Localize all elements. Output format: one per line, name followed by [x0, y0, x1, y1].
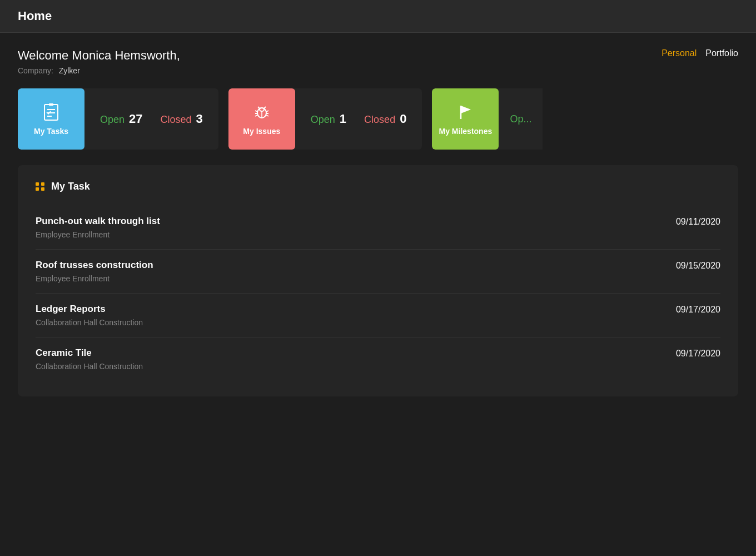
welcome-section: Welcome Monica Hemsworth, Company: Zylke… — [18, 48, 738, 75]
svg-line-11 — [255, 115, 257, 116]
my-tasks-icon-box: My Tasks — [18, 88, 84, 150]
issues-closed-label: Closed — [364, 114, 395, 126]
header: Home — [0, 0, 756, 33]
company-name: Zylker — [59, 66, 80, 75]
tasks-open-label: Open — [100, 114, 125, 126]
my-issues-label: My Issues — [243, 127, 280, 136]
task-item[interactable]: Ledger Reports Collaboration Hall Constr… — [36, 294, 720, 337]
task-date: 09/15/2020 — [676, 260, 720, 271]
task-section-header: My Task — [36, 181, 720, 192]
dot-2 — [41, 182, 44, 186]
task-project: Collaboration Hall Construction — [36, 362, 143, 371]
issues-closed-count: Closed 0 — [364, 112, 406, 126]
task-left: Roof trusses construction Employee Enrol… — [36, 260, 153, 283]
dot-1 — [36, 182, 39, 186]
stats-row: My Tasks Open 27 Closed 3 — [18, 88, 738, 150]
task-name: Ceramic Tile — [36, 348, 143, 359]
portfolio-view-button[interactable]: Portfolio — [705, 48, 738, 58]
page-title: Home — [18, 9, 52, 23]
task-name: Ledger Reports — [36, 304, 143, 315]
svg-marker-17 — [461, 106, 471, 113]
milestones-open-partial-label: Op... — [510, 113, 531, 125]
tasks-closed-count: Closed 3 — [161, 112, 203, 126]
task-item[interactable]: Punch-out walk through list Employee Enr… — [36, 206, 720, 250]
dot-4 — [41, 187, 44, 191]
milestones-icon — [455, 102, 475, 122]
tasks-open-num: 27 — [129, 112, 142, 126]
issues-closed-num: 0 — [400, 112, 406, 126]
my-issues-card[interactable]: My Issues Open 1 Closed 0 — [228, 88, 422, 150]
task-item[interactable]: Ceramic Tile Collaboration Hall Construc… — [36, 337, 720, 381]
my-tasks-card[interactable]: My Tasks Open 27 Closed 3 — [18, 88, 218, 150]
task-list: Punch-out walk through list Employee Enr… — [36, 206, 720, 381]
issues-open-count: Open 1 — [311, 112, 346, 126]
task-date: 09/17/2020 — [676, 348, 720, 359]
personal-view-button[interactable]: Personal — [662, 48, 697, 58]
task-section: My Task Punch-out walk through list Empl… — [18, 165, 738, 396]
company-label: Company: — [18, 66, 53, 75]
task-name: Punch-out walk through list — [36, 216, 160, 227]
my-tasks-counts: Open 27 Closed 3 — [84, 112, 218, 126]
tasks-open-count: Open 27 — [100, 112, 143, 126]
task-section-title: My Task — [51, 181, 90, 192]
welcome-left: Welcome Monica Hemsworth, Company: Zylke… — [18, 48, 180, 75]
my-milestones-card[interactable]: My Milestones Op... — [432, 88, 543, 150]
view-toggle: Personal Portfolio — [662, 48, 738, 58]
task-name: Roof trusses construction — [36, 260, 153, 271]
task-left: Ceramic Tile Collaboration Hall Construc… — [36, 348, 143, 371]
my-tasks-label: My Tasks — [34, 127, 68, 136]
tasks-closed-label: Closed — [161, 114, 192, 126]
svg-line-8 — [264, 107, 266, 108]
my-milestones-icon-box: My Milestones — [432, 88, 499, 150]
my-issues-counts: Open 1 Closed 0 — [295, 112, 422, 126]
issues-open-num: 1 — [340, 112, 346, 126]
issues-open-label: Open — [311, 114, 335, 126]
task-project: Collaboration Hall Construction — [36, 318, 143, 327]
svg-line-14 — [266, 115, 268, 116]
svg-rect-4 — [49, 103, 53, 106]
svg-line-12 — [266, 111, 268, 112]
tasks-closed-num: 3 — [196, 112, 203, 126]
milestones-open-partial: Op... — [499, 113, 543, 125]
task-project: Employee Enrollment — [36, 274, 153, 283]
task-project: Employee Enrollment — [36, 230, 160, 239]
svg-line-7 — [258, 107, 260, 108]
svg-point-6 — [260, 108, 264, 111]
main-content: Welcome Monica Hemsworth, Company: Zylke… — [0, 33, 756, 412]
task-item[interactable]: Roof trusses construction Employee Enrol… — [36, 250, 720, 294]
task-date: 09/11/2020 — [676, 216, 720, 227]
task-date: 09/17/2020 — [676, 304, 720, 315]
my-issues-icon-box: My Issues — [228, 88, 295, 150]
issues-icon — [252, 102, 272, 122]
dots-icon — [36, 182, 44, 191]
welcome-greeting: Welcome Monica Hemsworth, — [18, 48, 180, 63]
task-left: Ledger Reports Collaboration Hall Constr… — [36, 304, 143, 327]
company-line: Company: Zylker — [18, 66, 180, 75]
svg-line-9 — [255, 111, 257, 112]
task-left: Punch-out walk through list Employee Enr… — [36, 216, 160, 239]
my-milestones-label: My Milestones — [439, 127, 493, 136]
tasks-icon — [41, 102, 61, 122]
dot-3 — [36, 187, 39, 191]
